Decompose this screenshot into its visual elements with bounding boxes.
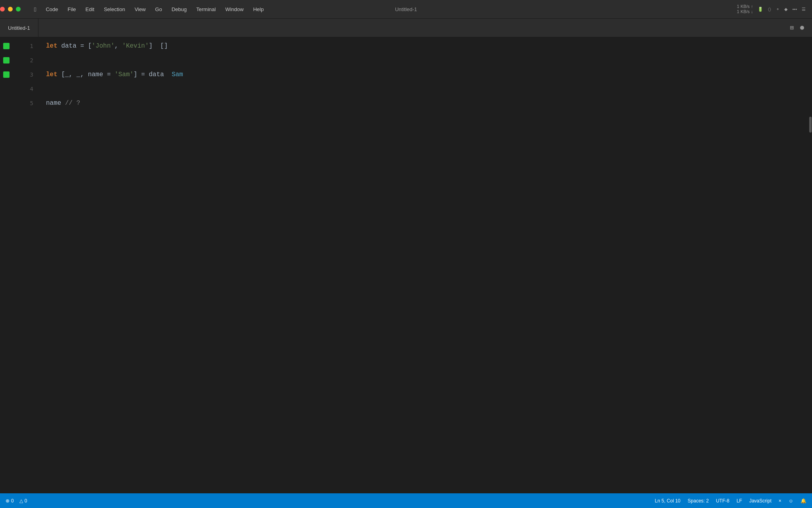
string-sam: 'Sam' bbox=[115, 71, 134, 78]
indentation[interactable]: Spaces: 2 bbox=[688, 498, 709, 504]
position-text: Ln 5, Col 10 bbox=[655, 498, 681, 504]
menu-edit[interactable]: Edit bbox=[81, 0, 99, 18]
run-indicator-3 bbox=[3, 71, 10, 78]
editor[interactable]: 1 2 3 4 5 let data = [ 'John' , 'Kevin' … bbox=[0, 37, 812, 493]
language-mode[interactable]: JavaScript bbox=[749, 498, 772, 504]
minimize-button[interactable] bbox=[8, 7, 13, 12]
error-number: 0 bbox=[11, 498, 14, 504]
encoding[interactable]: UTF-8 bbox=[716, 498, 730, 504]
editor-container: 1 2 3 4 5 let data = [ 'John' , 'Kevin' … bbox=[0, 37, 812, 508]
warning-count[interactable]: 0 bbox=[19, 498, 27, 504]
apple-menu[interactable]:  bbox=[29, 0, 41, 18]
code-plain-3b: ] = data bbox=[134, 71, 172, 78]
eol[interactable]: LF bbox=[737, 498, 742, 504]
titlebar-system-info: 1 KB/s ↑ 1 KB/s ↓ 🔋 〈〉 ⚬ ◆ ••• ☰ bbox=[737, 4, 812, 14]
gutter-row-4 bbox=[0, 82, 20, 96]
titlebar:  Code File Edit Selection View Go Debug… bbox=[0, 0, 812, 19]
code-plain-3a: [_, _, name = bbox=[57, 71, 115, 78]
more-icon: ••• bbox=[792, 7, 797, 12]
string-kevin: 'Kevin' bbox=[122, 42, 149, 50]
line-num-3: 3 bbox=[20, 67, 40, 82]
inline-value-sam: Sam bbox=[172, 71, 183, 78]
app-window:  Code File Edit Selection View Go Debug… bbox=[0, 0, 812, 508]
spaces-text: Spaces: 2 bbox=[688, 498, 709, 504]
keyword-let-1: let bbox=[46, 42, 57, 50]
run-gutter bbox=[0, 37, 20, 493]
code-plain-1a: data = [ bbox=[57, 42, 92, 50]
bell-icon: 🔔 bbox=[801, 498, 806, 504]
eol-text: LF bbox=[737, 498, 742, 504]
menu-view[interactable]: View bbox=[130, 0, 150, 18]
scrollbar-thumb[interactable] bbox=[809, 117, 812, 133]
string-john: 'John' bbox=[92, 42, 115, 50]
gutter-row-5 bbox=[0, 96, 20, 110]
gutter-row-1 bbox=[0, 39, 20, 53]
error-count[interactable]: 0 bbox=[6, 498, 14, 504]
network-speed: 1 KB/s ↑ 1 KB/s ↓ bbox=[737, 4, 753, 14]
split-editor-icon[interactable]: ⊞ bbox=[790, 24, 794, 32]
error-icon bbox=[6, 498, 10, 504]
language-text: JavaScript bbox=[749, 498, 772, 504]
menu-go[interactable]: Go bbox=[150, 0, 167, 18]
close-button[interactable] bbox=[0, 7, 5, 12]
traffic-lights bbox=[0, 7, 21, 12]
line-num-2: 2 bbox=[20, 53, 40, 67]
statusbar-right: Ln 5, Col 10 Spaces: 2 UTF-8 LF JavaScri… bbox=[655, 498, 806, 504]
keyword-let-3: let bbox=[46, 71, 57, 78]
code-line-4 bbox=[46, 82, 809, 96]
menu-window[interactable]: Window bbox=[220, 0, 248, 18]
gutter-row-2 bbox=[0, 53, 20, 67]
menu-bar:  Code File Edit Selection View Go Debug… bbox=[24, 0, 268, 18]
scrollbar[interactable] bbox=[809, 37, 812, 493]
menu-terminal[interactable]: Terminal bbox=[192, 0, 220, 18]
warning-number: 0 bbox=[25, 498, 27, 504]
tabbar: Untitled-1 ⊞ bbox=[0, 19, 812, 37]
line-num-1: 1 bbox=[20, 39, 40, 53]
code-plain-1c: ] [] bbox=[149, 42, 168, 50]
battery-icon: 🔋 bbox=[758, 7, 763, 12]
close-notifications[interactable]: × bbox=[779, 498, 781, 504]
clock-icon: ⚬ bbox=[776, 7, 779, 12]
statusbar-left: 0 0 bbox=[6, 498, 27, 504]
gutter-row-3 bbox=[0, 67, 20, 82]
list-icon: ☰ bbox=[802, 7, 806, 12]
cursor-position[interactable]: Ln 5, Col 10 bbox=[655, 498, 681, 504]
code-area[interactable]: let data = [ 'John' , 'Kevin' ] [] let [… bbox=[40, 37, 809, 493]
wifi-icon: 〈〉 bbox=[768, 7, 771, 12]
close-label: × bbox=[779, 498, 781, 504]
tab-untitled-1[interactable]: Untitled-1 bbox=[0, 19, 38, 37]
statusbar: 0 0 Ln 5, Col 10 Spaces: 2 UTF-8 LF Java… bbox=[0, 493, 812, 508]
code-line-1: let data = [ 'John' , 'Kevin' ] [] bbox=[46, 39, 809, 53]
window-title: Untitled-1 bbox=[395, 6, 417, 12]
code-line-3: let [_, _, name = 'Sam' ] = data Sam bbox=[46, 67, 809, 82]
code-plain-5a: name bbox=[46, 100, 65, 107]
notification-bell[interactable]: 🔔 bbox=[801, 498, 806, 504]
code-line-2 bbox=[46, 53, 809, 67]
unsaved-indicator bbox=[800, 26, 804, 30]
comment-5: // ? bbox=[65, 100, 80, 107]
run-indicator-2 bbox=[3, 57, 10, 64]
code-line-5: name // ? bbox=[46, 96, 809, 110]
maximize-button[interactable] bbox=[16, 7, 21, 12]
run-indicator-1 bbox=[3, 43, 10, 49]
line-num-5: 5 bbox=[20, 96, 40, 110]
code-plain-1b: , bbox=[115, 42, 122, 50]
menu-file[interactable]: File bbox=[63, 0, 81, 18]
encoding-text: UTF-8 bbox=[716, 498, 730, 504]
line-num-4: 4 bbox=[20, 82, 40, 96]
warning-icon bbox=[19, 498, 23, 504]
menu-selection[interactable]: Selection bbox=[99, 0, 130, 18]
line-numbers: 1 2 3 4 5 bbox=[20, 37, 40, 493]
feedback-icon[interactable]: ☺ bbox=[789, 498, 793, 504]
menu-help[interactable]: Help bbox=[248, 0, 268, 18]
menu-code[interactable]: Code bbox=[41, 0, 63, 18]
menu-debug[interactable]: Debug bbox=[167, 0, 192, 18]
smiley-icon: ☺ bbox=[789, 498, 793, 504]
tabbar-actions: ⊞ bbox=[790, 24, 812, 32]
tab-label: Untitled-1 bbox=[8, 25, 30, 31]
profile-icon: ◆ bbox=[784, 7, 787, 12]
